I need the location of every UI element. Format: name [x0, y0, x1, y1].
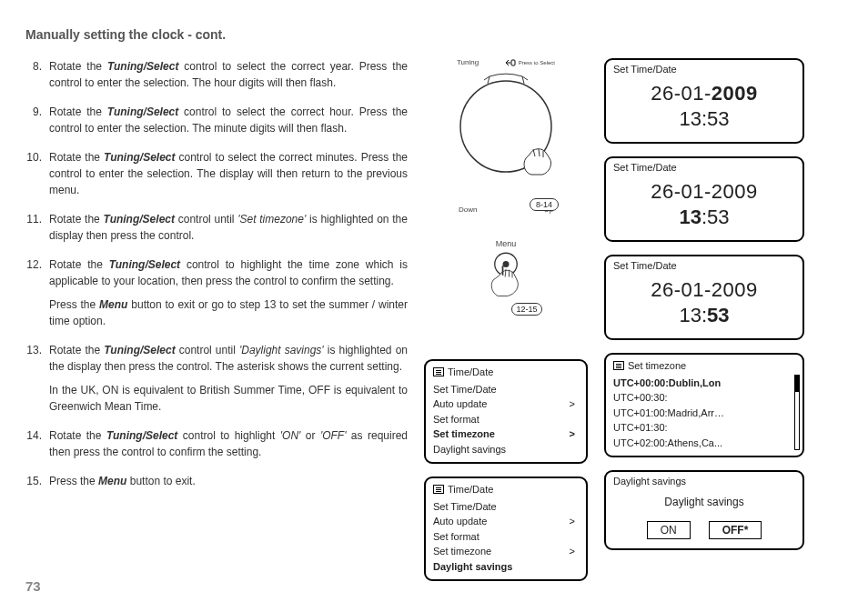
- menu-timedate-settz: Time/Date Set Time/Date Auto update> Set…: [424, 359, 588, 464]
- page-title: Manually setting the clock - cont.: [25, 27, 843, 42]
- svg-point-3: [503, 261, 510, 267]
- tuning-dial-illustration: Tuning Press to Select 8-14 Down: [424, 58, 588, 214]
- step-11: 11. Rotate the Tuning/Select control unt…: [25, 211, 408, 244]
- step-15: 15. Press the Menu button to exit.: [25, 473, 408, 489]
- page-number: 73: [25, 578, 41, 594]
- step-13: 13. Rotate the Tuning/Select control unt…: [25, 342, 408, 415]
- lcd-minute: Set Time/Date 26-01-2009 13:53: [604, 255, 804, 340]
- menu-timedate-ds: Time/Date Set Time/Date Auto update> Set…: [424, 477, 588, 581]
- dial-step-range: 8-14: [530, 198, 559, 211]
- lcd-hour: Set Time/Date 26-01-2009 13:53: [604, 156, 804, 242]
- step-8: 8. Rotate the Tuning/Select control to s…: [25, 58, 408, 91]
- step-9: 9. Rotate the Tuning/Select control to s…: [25, 104, 408, 136]
- step-12: 12. Rotate the Tuning/Select control to …: [25, 256, 408, 329]
- ds-on-button[interactable]: ON: [647, 521, 691, 539]
- menu-set-timezone: Set timezone UTC+00:00:Dublin,Lon UTC+00…: [604, 353, 804, 457]
- step-10: 10. Rotate the Tuning/Select control to …: [25, 149, 408, 198]
- svg-rect-0: [511, 60, 515, 65]
- menu-step-range: 12-15: [511, 303, 541, 316]
- menu-button-illustration: Menu 12-15: [424, 239, 588, 316]
- menu-list-icon: [433, 485, 444, 494]
- instruction-list: 8. Rotate the Tuning/Select control to s…: [25, 58, 408, 594]
- lcd-year: Set Time/Date 26-01-2009 13:53: [604, 58, 804, 144]
- menu-list-icon: [613, 361, 624, 370]
- dial-icon: [442, 67, 570, 195]
- ds-off-button[interactable]: OFF*: [709, 521, 762, 539]
- press-arrow-icon: [505, 58, 516, 67]
- daylight-savings-box: Daylight savings Daylight savings ON OFF…: [604, 470, 804, 550]
- step-14: 14. Rotate the Tuning/Select control to …: [25, 427, 408, 460]
- timezone-scrollbar[interactable]: [794, 375, 800, 450]
- menu-list-icon: [433, 367, 444, 376]
- dial-label-tuning: Tuning: [457, 58, 479, 67]
